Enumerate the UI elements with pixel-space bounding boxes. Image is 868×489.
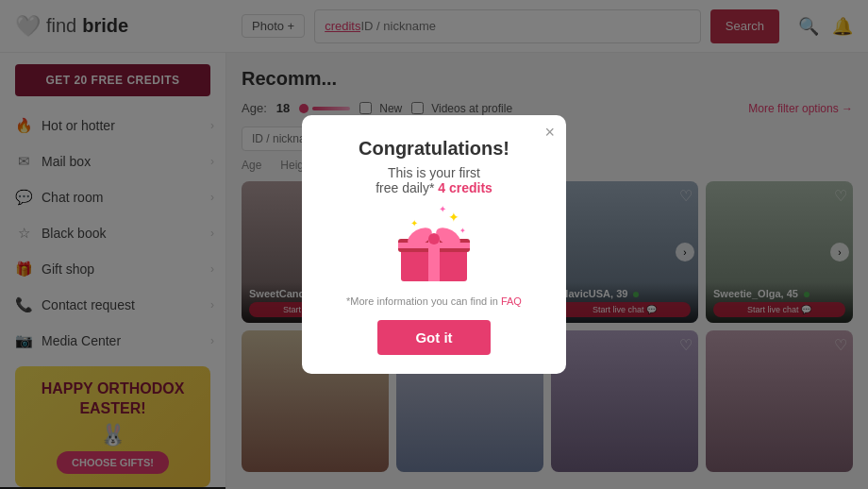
svg-text:✦: ✦ <box>459 227 466 235</box>
svg-text:✦: ✦ <box>448 210 459 225</box>
modal-close-button[interactable]: × <box>544 123 555 143</box>
modal-overlay: × Congratulations! This is your first fr… <box>0 0 868 489</box>
svg-text:✦: ✦ <box>439 204 446 214</box>
faq-link[interactable]: FAQ <box>501 295 522 307</box>
modal-title: Congratulations! <box>321 138 547 160</box>
gift-box-svg: ✦ ✦ ✦ ✦ <box>392 203 476 288</box>
modal-info-text: *More information you can find in FAQ <box>321 295 547 307</box>
svg-point-10 <box>428 233 440 244</box>
svg-text:✦: ✦ <box>410 218 418 228</box>
credits-label: 4 credits <box>438 180 492 195</box>
modal-subtitle: This is your first free daily* 4 credits <box>321 165 547 195</box>
congratulations-modal: × Congratulations! This is your first fr… <box>302 115 566 374</box>
got-it-button[interactable]: Got it <box>377 320 490 355</box>
gift-animation-container: ✦ ✦ ✦ ✦ <box>321 203 547 288</box>
